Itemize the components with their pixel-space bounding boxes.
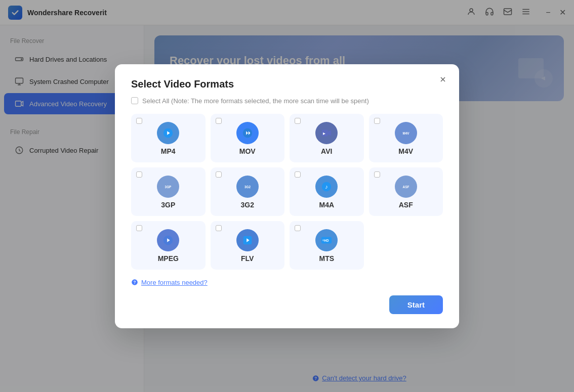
flv-checkbox[interactable]	[216, 225, 222, 231]
mpeg-icon	[157, 229, 179, 251]
format-card-asf[interactable]: ASF ASF	[369, 167, 443, 216]
svg-text:ASF: ASF	[402, 185, 409, 188]
format-card-3g2[interactable]: 3G2 3G2	[211, 167, 285, 216]
mts-label: MTS	[319, 254, 334, 263]
mov-label: MOV	[239, 147, 256, 155]
avi-label: AVI	[321, 147, 332, 155]
start-button[interactable]: Start	[389, 295, 443, 314]
mov-icon	[236, 122, 259, 144]
svg-text:▶: ▶	[323, 132, 326, 135]
format-card-avi[interactable]: ▶ AVI	[290, 114, 364, 162]
mp4-label: MP4	[161, 147, 176, 155]
avi-checkbox[interactable]	[295, 118, 301, 124]
modal-overlay[interactable]: Select Video Formats Select All (Note: T…	[0, 0, 574, 392]
asf-label: ASF	[399, 201, 413, 209]
format-card-flv[interactable]: FLV	[211, 221, 285, 270]
select-all-checkbox[interactable]	[131, 97, 138, 104]
format-card-mpeg[interactable]: MPEG	[131, 221, 206, 270]
mts-checkbox[interactable]	[295, 225, 301, 231]
flv-icon	[236, 229, 259, 251]
m4a-icon: ♪	[315, 176, 338, 198]
m4a-label: M4A	[319, 201, 334, 209]
mpeg-checkbox[interactable]	[136, 225, 142, 231]
mp4-icon	[157, 122, 179, 144]
format-card-3gp[interactable]: 3GP 3GP	[131, 167, 206, 216]
select-all-row: Select All (Note: The more formats selec…	[131, 97, 443, 105]
m4v-icon: M4V	[395, 122, 417, 144]
svg-text:?: ?	[134, 280, 136, 285]
mp4-checkbox[interactable]	[136, 118, 142, 124]
3gp-checkbox[interactable]	[136, 171, 142, 178]
3g2-checkbox[interactable]	[216, 171, 222, 178]
m4v-label: M4V	[398, 147, 413, 155]
svg-point-34	[322, 239, 324, 241]
format-card-m4v[interactable]: M4V M4V	[369, 114, 443, 162]
svg-text:HD: HD	[324, 238, 330, 242]
modal-footer: Start	[131, 295, 443, 314]
3gp-label: 3GP	[161, 201, 175, 209]
format-card-mts[interactable]: HD MTS	[290, 221, 364, 270]
mpeg-label: MPEG	[158, 254, 179, 263]
more-formats-link[interactable]: ? More formats needed?	[131, 279, 443, 286]
svg-text:3G2: 3G2	[244, 185, 251, 188]
svg-text:♪: ♪	[325, 183, 329, 189]
avi-icon: ▶	[315, 122, 338, 144]
asf-icon: ASF	[395, 176, 417, 198]
m4v-checkbox[interactable]	[374, 118, 380, 124]
select-formats-modal: Select Video Formats Select All (Note: T…	[115, 64, 459, 328]
format-grid: MP4 MOV ▶	[131, 114, 443, 270]
3g2-label: 3G2	[241, 201, 254, 209]
m4a-checkbox[interactable]	[295, 171, 301, 178]
3g2-icon: 3G2	[236, 176, 259, 198]
3gp-icon: 3GP	[157, 176, 179, 198]
mts-icon: HD	[315, 229, 338, 251]
asf-checkbox[interactable]	[374, 171, 380, 178]
format-card-mov[interactable]: MOV	[211, 114, 285, 162]
modal-title: Select Video Formats	[131, 78, 443, 90]
modal-close-button[interactable]	[436, 72, 450, 86]
format-card-mp4[interactable]: MP4	[131, 114, 206, 162]
format-card-m4a[interactable]: ♪ M4A	[290, 167, 364, 216]
svg-text:M4V: M4V	[402, 131, 409, 135]
select-all-label: Select All (Note: The more formats selec…	[142, 97, 369, 105]
svg-text:3GP: 3GP	[165, 185, 172, 188]
mov-checkbox[interactable]	[216, 118, 222, 124]
flv-label: FLV	[241, 254, 254, 263]
